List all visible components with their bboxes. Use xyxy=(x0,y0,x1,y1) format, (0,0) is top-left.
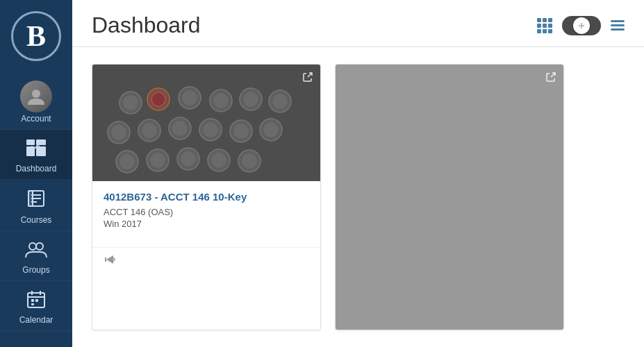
card-1-title[interactable]: 4012B673 - ACCT 146 10-Key xyxy=(104,191,309,203)
svg-point-11 xyxy=(36,243,43,250)
course-card-1: 4012B673 - ACCT 146 10-Key ACCT 146 (OAS… xyxy=(92,64,321,330)
sidebar-item-groups-label: Groups xyxy=(22,265,49,275)
avatar xyxy=(20,81,52,112)
announcement-icon-1[interactable] xyxy=(104,253,117,269)
grid-view-button[interactable] xyxy=(537,18,552,33)
typewriter-image xyxy=(92,65,320,181)
course-card-2: 4012B674 - ACCT 146 10-Key ACCT 146 (OAS… xyxy=(335,64,564,330)
card-thumbnail-2[interactable] xyxy=(336,65,563,330)
menu-button[interactable] xyxy=(611,20,625,31)
sidebar-item-calendar[interactable]: Calendar xyxy=(0,281,72,331)
sidebar-item-dashboard[interactable]: Dashboard xyxy=(0,130,72,180)
hamburger-icon xyxy=(611,20,625,31)
svg-rect-16 xyxy=(31,299,34,302)
avatar-image xyxy=(20,81,52,112)
card-1-footer xyxy=(92,247,320,276)
groups-icon xyxy=(24,239,48,264)
sidebar-item-dashboard-label: Dashboard xyxy=(16,164,57,174)
header: Dashboard xyxy=(72,0,644,47)
courses-icon xyxy=(26,188,47,214)
calendar-icon xyxy=(26,289,46,314)
sidebar-item-account[interactable]: Account xyxy=(0,72,72,130)
sidebar-item-account-label: Account xyxy=(21,114,51,124)
main-content: Dashboard xyxy=(72,0,644,347)
sidebar: B Account Dashboard xyxy=(0,0,72,347)
toggle-knob xyxy=(573,17,590,34)
cards-area: 4012B673 - ACCT 146 10-Key ACCT 146 (OAS… xyxy=(72,47,644,347)
grid-dots-icon xyxy=(537,18,552,33)
card-2-external-link[interactable] xyxy=(545,71,556,85)
page-title: Dashboard xyxy=(92,12,201,38)
card-1-body: 4012B673 - ACCT 146 10-Key ACCT 146 (OAS… xyxy=(92,181,320,247)
sidebar-item-courses[interactable]: Courses xyxy=(0,180,72,231)
logo[interactable]: B xyxy=(0,0,72,72)
card-thumbnail-1[interactable] xyxy=(92,65,320,181)
dashboard-icon xyxy=(25,138,47,162)
svg-rect-18 xyxy=(31,303,34,305)
logo-circle: B xyxy=(11,11,61,61)
sidebar-item-calendar-label: Calendar xyxy=(19,315,53,325)
card-1-external-link[interactable] xyxy=(302,71,313,85)
card-1-subtitle: ACCT 146 (OAS) xyxy=(104,207,309,217)
sidebar-item-groups[interactable]: Groups xyxy=(0,231,72,281)
view-toggle[interactable] xyxy=(562,16,601,35)
svg-rect-3 xyxy=(36,146,46,156)
svg-rect-4 xyxy=(26,139,35,145)
svg-rect-17 xyxy=(35,299,38,302)
svg-point-0 xyxy=(32,90,40,98)
card-1-date: Win 2017 xyxy=(104,219,309,229)
svg-rect-56 xyxy=(92,65,320,181)
sidebar-item-courses-label: Courses xyxy=(21,215,52,225)
header-controls xyxy=(537,16,625,35)
svg-rect-2 xyxy=(36,139,46,145)
card-2-body: 4012B674 - ACCT 146 10-Key ACCT 146 (OAS… xyxy=(336,330,563,330)
svg-rect-9 xyxy=(28,191,33,206)
svg-point-10 xyxy=(29,243,36,250)
